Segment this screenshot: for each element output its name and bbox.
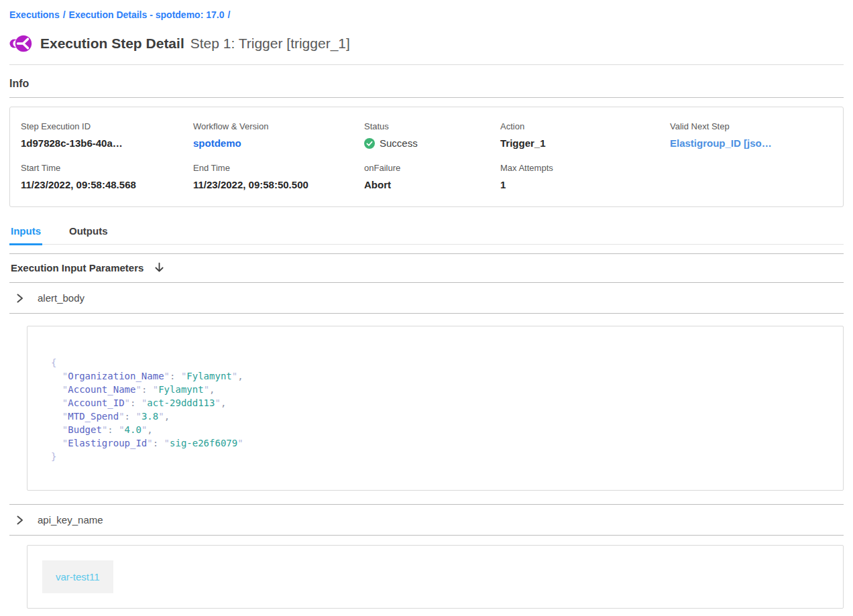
download-arrow-icon[interactable]	[154, 262, 165, 273]
field-label: onFailure	[364, 163, 500, 173]
field-action: Action Trigger_1	[500, 121, 670, 149]
field-end-time: End Time 11/23/2022, 09:58:50.500	[193, 163, 364, 190]
tab-bar: Inputs Outputs	[9, 223, 844, 245]
info-grid: Step Execution ID 1d97828c-13b6-40a… Wor…	[21, 121, 832, 190]
fylamynt-logo-icon	[9, 33, 32, 54]
field-label: Action	[500, 121, 670, 131]
tab-outputs[interactable]: Outputs	[68, 223, 109, 245]
field-label: Workflow & Version	[193, 121, 364, 131]
workflow-link[interactable]: spotdemo	[193, 137, 364, 149]
success-check-icon	[364, 138, 375, 149]
field-label: End Time	[193, 163, 364, 173]
api-key-name-panel: var-test11	[27, 545, 844, 609]
page-title: Execution Step Detail	[40, 36, 184, 52]
field-value: 11/23/2022, 09:58:50.500	[193, 179, 364, 190]
breadcrumb-executions[interactable]: Executions	[9, 9, 60, 20]
alert-body-json-panel: { "Organization_Name": "Fylamynt", "Acco…	[27, 326, 844, 491]
field-empty	[670, 163, 832, 190]
field-step-execution-id: Step Execution ID 1d97828c-13b6-40a…	[21, 121, 193, 149]
field-label: Valid Next Step	[670, 121, 832, 131]
info-heading: Info	[9, 78, 844, 90]
field-value: Trigger_1	[500, 137, 670, 149]
field-status: Status Success	[364, 121, 500, 149]
field-max-attempts: Max Attempts 1	[500, 163, 670, 190]
field-value: 11/23/2022, 09:58:48.568	[21, 179, 193, 190]
breadcrumb-separator: /	[60, 9, 69, 20]
field-value: Abort	[364, 179, 500, 190]
chevron-right-icon	[15, 515, 24, 525]
info-divider	[9, 97, 844, 98]
field-start-time: Start Time 11/23/2022, 09:58:48.568	[21, 163, 193, 190]
section-row-alert-body[interactable]: alert_body	[9, 283, 844, 313]
page-subtitle: Step 1: Trigger [trigger_1]	[190, 36, 350, 52]
valid-next-step-link[interactable]: Elastigroup_ID [jso…	[670, 137, 832, 149]
breadcrumb: Executions/Execution Details - spotdemo:…	[9, 0, 844, 20]
api-key-name-value: var-test11	[42, 560, 113, 593]
params-heading: Execution Input Parameters	[11, 262, 144, 273]
info-card: Step Execution ID 1d97828c-13b6-40a… Wor…	[9, 107, 844, 207]
field-label: Status	[364, 121, 500, 131]
section-row-api-key-name[interactable]: api_key_name	[9, 505, 844, 535]
page-title-row: Execution Step Detail Step 1: Trigger [t…	[9, 33, 844, 54]
field-valid-next-step: Valid Next Step Elastigroup_ID [jso…	[670, 121, 832, 149]
title-divider	[9, 64, 844, 65]
field-label: Step Execution ID	[21, 121, 193, 131]
status-text: Success	[380, 137, 418, 149]
section-divider	[9, 313, 844, 314]
chevron-right-icon	[15, 294, 24, 303]
section-divider	[9, 535, 844, 536]
section-name: alert_body	[38, 292, 84, 304]
tab-inputs[interactable]: Inputs	[9, 223, 42, 245]
params-heading-row: Execution Input Parameters	[9, 254, 844, 282]
json-code: { "Organization_Name": "Fylamynt", "Acco…	[51, 356, 830, 463]
breadcrumb-execution-details[interactable]: Execution Details - spotdemo: 17.0	[69, 9, 225, 20]
field-label: Start Time	[21, 163, 193, 173]
breadcrumb-separator: /	[224, 9, 233, 20]
field-value: 1d97828c-13b6-40a…	[21, 137, 193, 149]
field-onfailure: onFailure Abort	[364, 163, 500, 190]
execution-step-detail-page: Executions/Execution Details - spotdemo:…	[0, 0, 853, 616]
field-workflow-version: Workflow & Version spotdemo	[193, 121, 364, 149]
field-label: Max Attempts	[500, 163, 670, 173]
field-value: 1	[500, 179, 670, 190]
status-badge: Success	[364, 137, 500, 149]
section-name: api_key_name	[38, 514, 103, 526]
